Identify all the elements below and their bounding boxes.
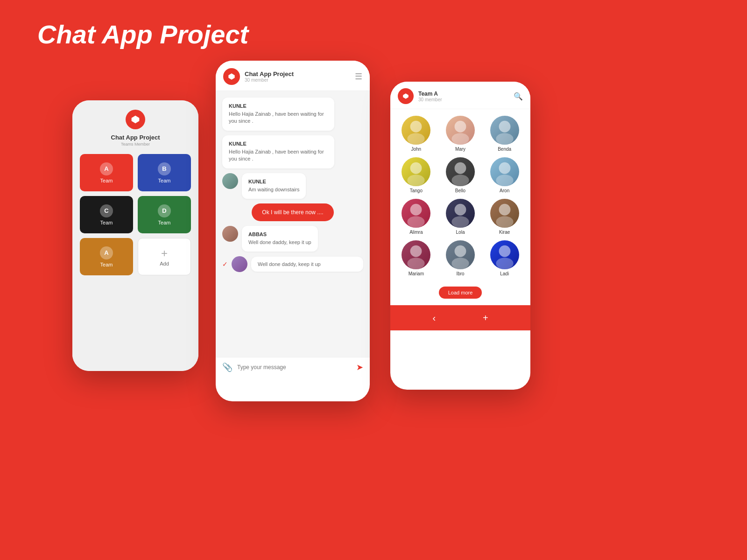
member-bello[interactable]: Bello	[441, 157, 480, 193]
member-name-mary: Mary	[455, 147, 465, 152]
phone2-chat-title: Chat App Project	[245, 70, 355, 77]
member-name-ladi: Ladi	[500, 271, 509, 276]
svg-point-5	[455, 121, 466, 133]
team-label-d-green: Team	[158, 220, 171, 225]
member-name-lola: Lola	[456, 230, 465, 235]
sender-name-1: KUNLE	[229, 103, 328, 109]
svg-point-6	[451, 133, 469, 145]
svg-point-7	[499, 121, 510, 133]
team-label-a-red: Team	[100, 178, 113, 183]
phone3-logo	[398, 88, 414, 104]
phone3-team-title: Team A	[418, 91, 514, 97]
member-avatar-mariam	[402, 240, 430, 269]
member-name-tango: Tango	[410, 188, 423, 193]
own-message-bubble: Ok I will be there now ....	[252, 203, 333, 221]
team-letter-a-red: A	[100, 162, 113, 175]
phone1-logo	[126, 110, 145, 129]
member-avatar-kirae	[490, 199, 519, 228]
svg-point-24	[451, 258, 469, 269]
member-mary[interactable]: Mary	[441, 116, 480, 152]
member-avatar-john	[402, 116, 430, 145]
team-label-c-dark: Team	[100, 220, 113, 225]
svg-point-3	[410, 121, 422, 133]
phone3-members-screen: Team A 30 member 🔍 John Mary Benda	[390, 82, 530, 390]
main-title: Chat App Project	[37, 19, 248, 50]
chat-message-5: Well done daddy, keep it up	[251, 257, 363, 272]
team-letter-c-dark: C	[100, 204, 113, 217]
sender-name-3: KUNLE	[248, 179, 299, 184]
phone2-header-info: Chat App Project 30 member	[245, 70, 355, 83]
phone2-chat-screen: Chat App Project 30 member ☰ KUNLE Hello…	[216, 61, 370, 401]
member-mariam[interactable]: Mariam	[397, 240, 436, 276]
member-lola[interactable]: Lola	[441, 199, 480, 235]
svg-point-21	[410, 245, 422, 257]
message-text-2: Hello Hajia Zainab , have been waiting f…	[229, 148, 328, 163]
member-name-kirae: Kirae	[499, 230, 510, 235]
team-card-a-orange[interactable]: A Team	[80, 238, 133, 275]
phone2-header: Chat App Project 30 member ☰	[216, 61, 370, 91]
own-message-row: Ok I will be there now ....	[222, 203, 363, 221]
svg-point-13	[499, 162, 510, 174]
chat-message-1: KUNLE Hello Hajia Zainab , have been wai…	[222, 98, 334, 131]
member-avatar-aron	[490, 157, 519, 186]
member-ibro[interactable]: Ibro	[441, 240, 480, 276]
member-john[interactable]: John	[397, 116, 436, 152]
svg-point-18	[451, 216, 469, 228]
svg-point-12	[451, 175, 469, 186]
hamburger-menu-icon[interactable]: ☰	[355, 71, 362, 82]
team-card-d-green[interactable]: D Team	[138, 196, 191, 233]
member-name-aron: Aron	[500, 188, 509, 193]
attach-icon[interactable]: 📎	[222, 362, 233, 372]
member-ladi[interactable]: Ladi	[485, 240, 524, 276]
member-avatar-alimra	[402, 199, 430, 228]
load-more-button[interactable]: Load more	[439, 287, 482, 299]
member-name-bello: Bello	[455, 188, 465, 193]
member-aron[interactable]: Aron	[485, 157, 524, 193]
svg-point-25	[499, 245, 510, 257]
chat-message-row-5: ✓ Well done daddy, keep it up	[222, 256, 363, 272]
load-more-section: Load more	[390, 283, 530, 305]
members-grid: John Mary Benda Tango Bello	[390, 109, 530, 283]
member-name-benda: Benda	[498, 147, 511, 152]
message-text-3: Am waiting downstairs	[248, 186, 299, 193]
send-icon[interactable]: ➤	[356, 362, 363, 372]
member-tango[interactable]: Tango	[397, 157, 436, 193]
team-card-a-red[interactable]: A Team	[80, 154, 133, 191]
team-label-b-blue: Team	[158, 178, 171, 183]
search-icon[interactable]: 🔍	[514, 92, 523, 101]
team-card-b-blue[interactable]: B Team	[138, 154, 191, 191]
svg-point-23	[455, 245, 466, 257]
phone3-footer: ‹ +	[390, 305, 530, 330]
member-kirae[interactable]: Kirae	[485, 199, 524, 235]
phone2-logo	[223, 68, 240, 85]
team-card-add[interactable]: + Add	[138, 238, 191, 275]
member-name-alimra: Alimra	[409, 230, 423, 235]
chat-message-2: KUNLE Hello Hajia Zainab , have been wai…	[222, 135, 334, 168]
svg-point-8	[496, 133, 513, 145]
message-input[interactable]	[237, 364, 352, 371]
plus-icon[interactable]: +	[483, 313, 488, 323]
phone3-header: Team A 30 member 🔍	[390, 82, 530, 109]
member-benda[interactable]: Benda	[485, 116, 524, 152]
teams-grid: A Team B Team C Team D Team A Team + Add	[80, 154, 191, 275]
team-card-c-dark[interactable]: C Team	[80, 196, 133, 233]
svg-point-22	[408, 258, 425, 269]
back-icon[interactable]: ‹	[432, 313, 436, 323]
svg-marker-2	[403, 93, 409, 99]
phone2-member-count: 30 member	[245, 77, 355, 83]
svg-point-20	[496, 216, 513, 228]
member-avatar-tango	[402, 157, 430, 186]
svg-point-9	[410, 162, 422, 174]
plus-icon: +	[161, 247, 168, 260]
check-icon: ✓	[222, 260, 228, 268]
member-avatar-bello	[446, 157, 475, 186]
svg-point-26	[496, 258, 513, 269]
svg-point-15	[410, 204, 422, 216]
phone1-subtitle: Teams Member	[121, 142, 150, 147]
svg-point-16	[408, 216, 425, 228]
member-alimra[interactable]: Alimra	[397, 199, 436, 235]
svg-point-10	[408, 175, 425, 186]
member-name-john: John	[411, 147, 421, 152]
add-label: Add	[160, 261, 169, 266]
member-avatar-ibro	[446, 240, 475, 269]
